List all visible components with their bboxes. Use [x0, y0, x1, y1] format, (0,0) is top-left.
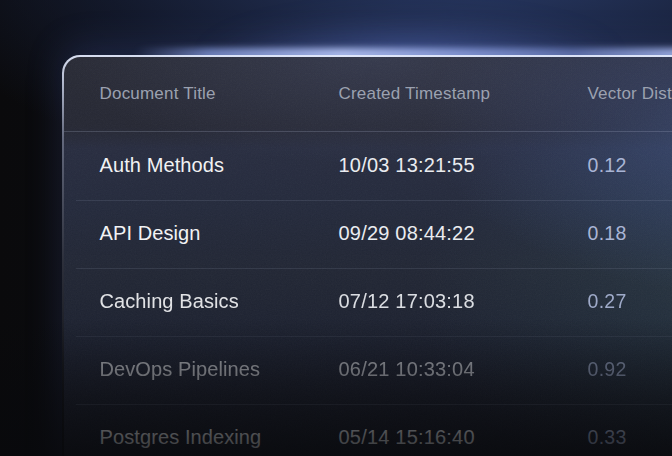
- document-title-cell: Postgres Indexing: [64, 426, 339, 449]
- document-title-cell: Auth Methods: [64, 154, 339, 177]
- created-timestamp-cell: 09/29 08:44:22: [339, 222, 588, 245]
- created-timestamp-cell: 05/14 15:16:40: [339, 426, 588, 449]
- table-header: Document Title Created Timestamp Vector …: [64, 57, 672, 132]
- table-row[interactable]: Auth Methods 10/03 13:21:55 0.12: [64, 132, 672, 200]
- document-title-cell: Caching Basics: [64, 290, 339, 313]
- document-title-cell: DevOps Pipelines: [64, 358, 339, 381]
- vector-distance-cell: 0.92: [588, 358, 672, 381]
- table-row[interactable]: API Design 09/29 08:44:22 0.18: [64, 200, 672, 268]
- created-timestamp-cell: 07/12 17:03:18: [339, 290, 588, 313]
- vector-distance-cell: 0.18: [588, 222, 672, 245]
- created-timestamp-cell: 06/21 10:33:04: [339, 358, 588, 381]
- table-row[interactable]: Caching Basics 07/12 17:03:18 0.27: [64, 268, 672, 336]
- created-timestamp-cell: 10/03 13:21:55: [339, 154, 588, 177]
- vector-distance-cell: 0.12: [588, 154, 672, 177]
- screen: Document Title Created Timestamp Vector …: [0, 0, 672, 456]
- column-header-vector-distance: Vector Distance: [588, 84, 672, 104]
- column-header-document-title: Document Title: [64, 84, 339, 104]
- document-title-cell: API Design: [64, 222, 339, 245]
- vector-distance-cell: 0.33: [588, 426, 672, 449]
- table-body: Auth Methods 10/03 13:21:55 0.12 API Des…: [64, 132, 672, 456]
- table-card-inner: Document Title Created Timestamp Vector …: [64, 57, 672, 456]
- table-card: Document Title Created Timestamp Vector …: [62, 55, 672, 456]
- vector-distance-cell: 0.27: [588, 290, 672, 313]
- column-header-created-timestamp: Created Timestamp: [339, 84, 588, 104]
- table-row[interactable]: Postgres Indexing 05/14 15:16:40 0.33: [64, 404, 672, 456]
- table-row[interactable]: DevOps Pipelines 06/21 10:33:04 0.92: [64, 336, 672, 404]
